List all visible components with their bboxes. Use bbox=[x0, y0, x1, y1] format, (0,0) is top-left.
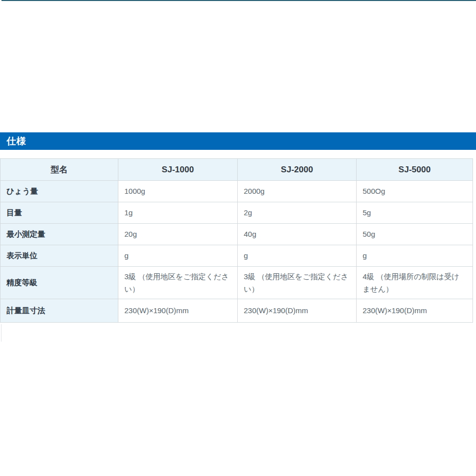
table-row-accuracy-class: 精度等級 3級 （使用地区をご指定ください） 3級 （使用地区をご指定ください）… bbox=[0, 267, 473, 299]
cell-accuracy-sj5000: 4級 （使用場所の制限は受けません） bbox=[357, 267, 473, 299]
cell-accuracy-sj2000: 3級 （使用地区をご指定ください） bbox=[238, 267, 357, 299]
stray-border-fragment bbox=[1, 324, 1, 342]
cell-accuracy-sj1000: 3級 （使用地区をご指定ください） bbox=[118, 267, 238, 299]
cell-min-sj1000: 20g bbox=[118, 224, 238, 245]
cell-unit-sj5000: g bbox=[357, 245, 473, 267]
row-label-display-unit: 表示単位 bbox=[0, 245, 118, 267]
col-header-sj-1000: SJ-1000 bbox=[118, 159, 238, 181]
col-header-sj-5000: SJ-5000 bbox=[357, 159, 473, 181]
cell-pan-sj1000: 230(W)×190(D)mm bbox=[118, 299, 238, 323]
table-row-scale-interval: 目量 1g 2g 5g bbox=[0, 202, 473, 224]
spec-table-header-row: 型名 SJ-1000 SJ-2000 SJ-5000 bbox=[0, 159, 473, 181]
cell-interval-sj5000: 5g bbox=[357, 202, 473, 224]
cell-interval-sj2000: 2g bbox=[238, 202, 357, 224]
col-header-model-name: 型名 bbox=[0, 159, 118, 181]
cell-capacity-sj5000: 500Og bbox=[357, 181, 473, 202]
cell-pan-sj2000: 230(W)×190(D)mm bbox=[238, 299, 357, 323]
row-label-accuracy-class: 精度等級 bbox=[0, 267, 118, 299]
row-label-pan-dimensions: 計量皿寸法 bbox=[0, 299, 118, 323]
row-label-capacity: ひょう量 bbox=[0, 181, 118, 202]
cell-capacity-sj1000: 1000g bbox=[118, 181, 238, 202]
cell-capacity-sj2000: 2000g bbox=[238, 181, 357, 202]
cell-pan-sj5000: 230(W)×190(D)mm bbox=[357, 299, 473, 323]
row-label-scale-interval: 目量 bbox=[0, 202, 118, 224]
top-accent-line bbox=[1, 0, 476, 1]
cell-min-sj5000: 50g bbox=[357, 224, 473, 245]
cell-unit-sj1000: g bbox=[118, 245, 238, 267]
cell-min-sj2000: 40g bbox=[238, 224, 357, 245]
section-title: 仕様 bbox=[6, 135, 26, 148]
table-row-display-unit: 表示単位 g g g bbox=[0, 245, 473, 267]
section-header-bar: 仕様 bbox=[0, 132, 476, 150]
row-label-min-measurement: 最小測定量 bbox=[0, 224, 118, 245]
table-row-pan-dimensions: 計量皿寸法 230(W)×190(D)mm 230(W)×190(D)mm 23… bbox=[0, 299, 473, 323]
table-row-min-measurement: 最小測定量 20g 40g 50g bbox=[0, 224, 473, 245]
col-header-sj-2000: SJ-2000 bbox=[238, 159, 357, 181]
cell-unit-sj2000: g bbox=[238, 245, 357, 267]
spec-table: 型名 SJ-1000 SJ-2000 SJ-5000 ひょう量 1000g 20… bbox=[0, 158, 473, 323]
table-row-capacity: ひょう量 1000g 2000g 500Og bbox=[0, 181, 473, 202]
page: 仕様 型名 SJ-1000 SJ-2000 SJ-5000 ひょう量 1000g… bbox=[0, 0, 476, 476]
cell-interval-sj1000: 1g bbox=[118, 202, 238, 224]
